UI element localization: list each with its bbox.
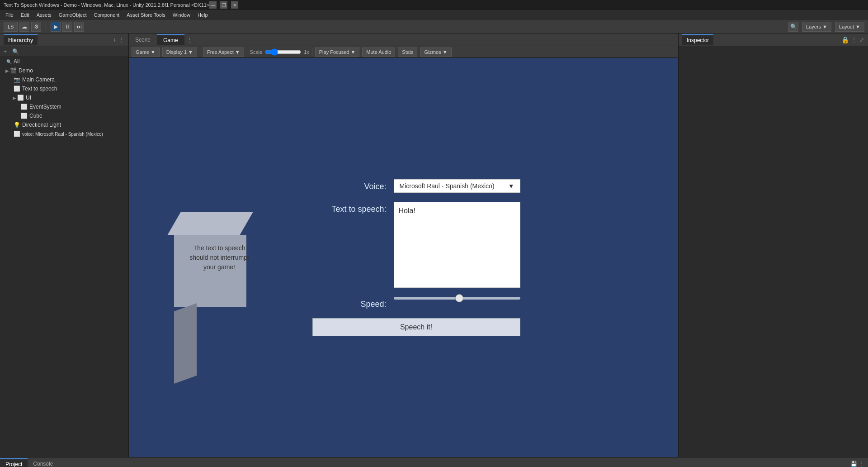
menu-assets[interactable]: Assets xyxy=(33,11,55,19)
speech-button[interactable]: Speech it! xyxy=(312,318,520,336)
bottom-tabs: Project Console 💾 ⋮ xyxy=(0,457,868,467)
hier-item-voice[interactable]: ⬜ voice: Microsoft Raul - Spanish (Mexic… xyxy=(0,129,128,138)
tab-project[interactable]: Project xyxy=(0,458,28,467)
scale-slider[interactable] xyxy=(265,49,301,55)
view-aspect-btn[interactable]: Free Aspect ▼ xyxy=(203,48,244,57)
layers-button[interactable]: Layers ▼ xyxy=(802,22,831,32)
hier-item-demo-label: Demo xyxy=(19,67,33,74)
stats-label: Stats xyxy=(402,49,413,55)
hier-arrow-demo: ▶ xyxy=(5,68,9,73)
tab-scene[interactable]: Scene xyxy=(129,35,157,45)
menu-file[interactable]: File xyxy=(2,11,17,19)
inspector-menu-btn[interactable]: ⋮ xyxy=(851,36,857,43)
menu-edit[interactable]: Edit xyxy=(17,11,33,19)
mute-audio-label: Mute Audio xyxy=(366,49,391,55)
hier-item-light-label: Directional Light xyxy=(22,122,61,128)
game-view: The text to speech should not interrumpt… xyxy=(129,58,678,457)
hierarchy-header: Hierarchy + ⋮ xyxy=(0,33,128,46)
stats-btn[interactable]: Stats xyxy=(398,48,417,57)
voice-row: Voice: Microsoft Raul - Spanish (Mexico)… xyxy=(314,179,520,193)
hier-item-eventsystem[interactable]: ⬜ EventSystem xyxy=(0,102,128,111)
cube-icon: ⬜ xyxy=(21,113,28,119)
eventsystem-icon: ⬜ xyxy=(21,104,28,110)
tts-textarea[interactable]: Hola! xyxy=(394,202,520,288)
play-focused-btn[interactable]: Play Focused ▼ xyxy=(315,48,360,57)
tab-console[interactable]: Console xyxy=(28,459,58,467)
hier-item-demo[interactable]: ▶ 🎬 Demo ⋮ xyxy=(0,66,128,75)
cloud-button[interactable]: ☁ xyxy=(19,22,29,32)
tab-game[interactable]: Game xyxy=(157,34,184,45)
mute-audio-btn[interactable]: Mute Audio xyxy=(362,48,395,57)
pause-icon: ⏸ xyxy=(65,24,70,30)
inspector-tab[interactable]: Inspector xyxy=(682,34,713,45)
hier-item-all[interactable]: 🔍 All xyxy=(0,57,128,66)
view-sep-3 xyxy=(312,48,312,56)
inspector-panel: Inspector 🔒 ⋮ ⤢ xyxy=(678,33,868,457)
camera-icon: 📷 xyxy=(14,76,20,83)
hier-add-btn[interactable]: + xyxy=(2,48,9,56)
play-button[interactable]: ▶ xyxy=(51,22,61,32)
menu-component[interactable]: Component xyxy=(90,11,123,19)
light-icon: 💡 xyxy=(14,122,20,128)
view-tabs-overflow[interactable]: ⋮ xyxy=(186,36,193,43)
scene-icon: 🎬 xyxy=(10,67,17,74)
speed-label: Speed: xyxy=(314,297,387,309)
step-icon: ⏭ xyxy=(76,24,82,30)
toolbar-right: 🔍 Layers ▼ Layout ▼ xyxy=(788,22,864,32)
speech-button-label: Speech it! xyxy=(400,323,432,331)
menu-assetstoretools[interactable]: Asset Store Tools xyxy=(123,11,169,19)
view-game-btn[interactable]: Game ▼ xyxy=(132,48,160,57)
hierarchy-content: 🔍 All ▶ 🎬 Demo ⋮ 📷 Main Camera ⋮ xyxy=(0,57,128,457)
bottom-menu-btn[interactable]: ⋮ xyxy=(859,461,864,467)
tts-label: Text to speech: xyxy=(314,202,387,214)
account-label: LS xyxy=(8,24,14,29)
hier-item-dirlight[interactable]: 💡 Directional Light xyxy=(0,120,128,129)
hier-item-ui-label: UI xyxy=(26,95,31,101)
step-button[interactable]: ⏭ xyxy=(74,22,84,32)
bottom-controls: 💾 ⋮ xyxy=(850,461,868,467)
speech-btn-row: Speech it! xyxy=(242,318,520,336)
hier-item-tts-label: Text to speech xyxy=(22,86,57,92)
speed-slider-thumb[interactable] xyxy=(455,294,463,302)
settings-button[interactable]: ⚙ xyxy=(31,22,41,32)
bottom-save-btn[interactable]: 💾 xyxy=(850,461,857,467)
maximize-button[interactable]: ❐ xyxy=(220,1,227,9)
game-ui: Voice: Microsoft Raul - Spanish (Mexico)… xyxy=(314,179,520,336)
layout-button[interactable]: Layout ▼ xyxy=(835,22,864,32)
close-button[interactable]: ✕ xyxy=(231,1,238,9)
account-button[interactable]: LS xyxy=(4,22,18,32)
center-area: Scene Game ⋮ Game ▼ Display 1 ▼ Free Asp… xyxy=(129,33,678,457)
cloud-icon: ☁ xyxy=(22,24,27,30)
menu-gameobject[interactable]: GameObject xyxy=(55,11,90,19)
view-sep-1 xyxy=(200,48,200,56)
inspector-header: Inspector 🔒 ⋮ ⤢ xyxy=(679,33,868,46)
minimize-button[interactable]: — xyxy=(209,1,217,9)
hierarchy-add-button[interactable]: + xyxy=(113,36,117,43)
hierarchy-menu-button[interactable]: ⋮ xyxy=(118,36,125,43)
hier-search-btn[interactable]: 🔍 xyxy=(10,48,21,56)
view-sep-2 xyxy=(247,48,247,56)
view-tabs: Scene Game ⋮ xyxy=(129,33,678,46)
window-controls[interactable]: — ❐ ✕ xyxy=(209,1,238,9)
menu-help[interactable]: Help xyxy=(194,11,212,19)
settings-icon: ⚙ xyxy=(34,24,39,30)
voice-icon: ⬜ xyxy=(14,131,20,137)
search-icon: 🔍 xyxy=(790,24,797,30)
inspector-expand-btn[interactable]: ⤢ xyxy=(859,36,864,43)
title-bar: Text To Speech Windows - Demo - Windows,… xyxy=(0,0,868,10)
pause-button[interactable]: ⏸ xyxy=(62,22,72,32)
view-display-btn[interactable]: Display 1 ▼ xyxy=(162,48,197,57)
cube-3d: The text to speech should not interrumpt… xyxy=(174,212,264,303)
search-toolbar-button[interactable]: 🔍 xyxy=(788,22,798,32)
hier-item-ui[interactable]: ▶ ⬜ UI xyxy=(0,93,128,102)
inspector-lock-btn[interactable]: 🔒 xyxy=(841,36,849,43)
hier-item-tts[interactable]: ⬜ Text to speech xyxy=(0,84,128,93)
inspector-content xyxy=(679,46,868,457)
scale-label: Scale xyxy=(250,49,263,55)
hierarchy-tab[interactable]: Hierarchy xyxy=(4,34,38,45)
gizmos-btn[interactable]: Gizmos ▼ xyxy=(420,48,451,57)
hier-item-cube[interactable]: ⬜ Cube xyxy=(0,111,128,120)
menu-window[interactable]: Window xyxy=(169,11,194,19)
voice-select[interactable]: Microsoft Raul - Spanish (Mexico) ▼ xyxy=(394,179,520,193)
hier-item-maincamera[interactable]: 📷 Main Camera ⋮ xyxy=(0,75,128,84)
